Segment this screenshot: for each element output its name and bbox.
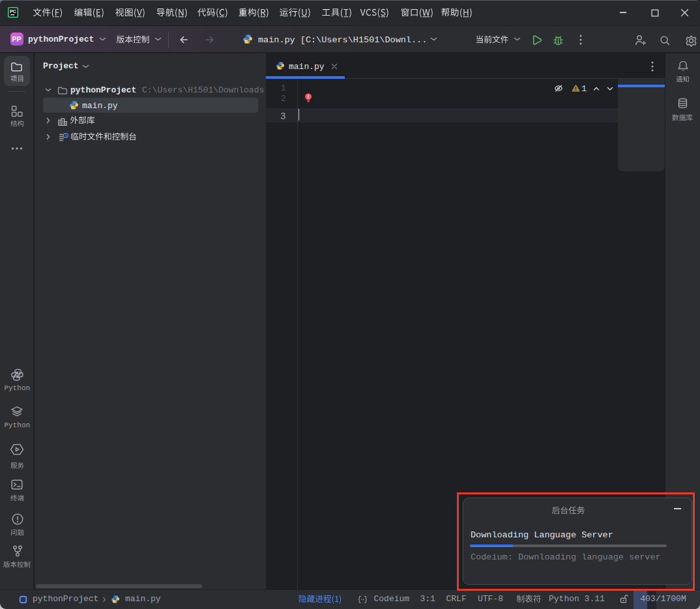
svg-text:PC: PC [10, 8, 17, 14]
